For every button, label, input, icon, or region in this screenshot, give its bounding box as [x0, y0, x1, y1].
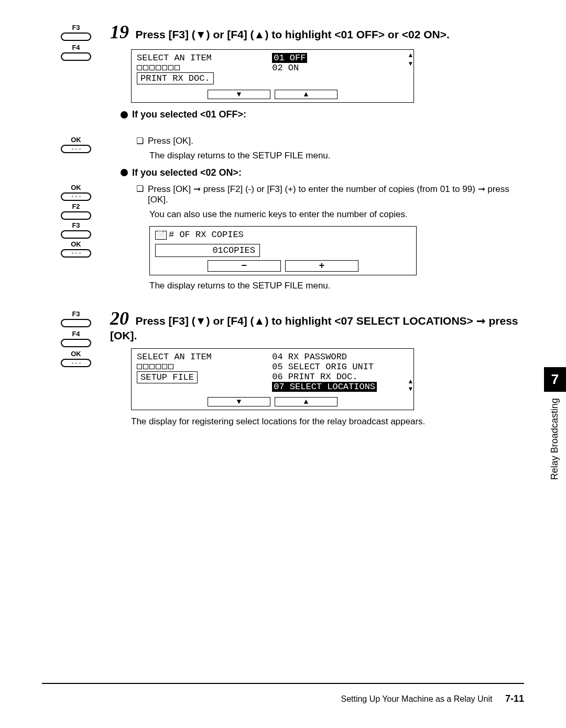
lcd19-scroll-up: ▲	[409, 52, 412, 59]
lcd19-opt1: 01 OFF	[272, 53, 307, 63]
square-icon-2: ❏	[136, 184, 144, 205]
off-bullet: ❏ Press [OK].	[136, 136, 524, 146]
key-f3-label: F3	[58, 24, 94, 31]
lcd-step20: SELECT AN ITEM SETUP FILE ▲ ▼ 04 RX PASS…	[131, 348, 414, 410]
k-ok-2-shape	[61, 249, 91, 258]
lcd20-btn-up: ▲	[275, 397, 338, 406]
sub-on-heading-text: If you selected <02 ON>:	[132, 167, 242, 178]
key-stack-on: OK F2 F3 OK	[42, 184, 110, 258]
lcd20-left-box: SETUP FILE	[137, 371, 198, 383]
on-b1-desc: You can also use the numeric keys to ent…	[149, 208, 524, 221]
lcd19-scroll-down: ▼	[409, 60, 412, 68]
lcd19-btn-down: ▼	[208, 90, 270, 99]
doc-icon: 📄	[155, 231, 167, 240]
step20-desc: The display for registering select locat…	[131, 416, 524, 427]
lcd19-left-box: PRINT RX DOC.	[137, 72, 214, 84]
sub-off-heading: If you selected <01 OFF>:	[121, 109, 524, 120]
lcd20-r4: 07 SELECT LOCATIONS	[272, 382, 377, 392]
step-20-number: 20	[110, 308, 129, 329]
k-ok-1-shape	[61, 192, 91, 201]
on-b1-text: Press [OK] ➞ press [F2] (-) or [F3] (+) …	[148, 184, 524, 205]
lcd20-left-title: SELECT AN ITEM	[137, 352, 262, 362]
k20-ok-shape	[61, 359, 91, 367]
minus-btn: −	[208, 260, 281, 272]
k-f3: F3	[58, 221, 94, 229]
square-icon: ❏	[136, 136, 144, 146]
key-f4-shape	[61, 52, 91, 61]
footer-page: 7-11	[505, 693, 524, 704]
lcd-copies-val: 01COPIES	[155, 244, 260, 257]
k-f2-shape	[61, 211, 91, 220]
page-footer: Setting Up Your Machine as a Relay Unit …	[42, 683, 524, 704]
key-ok-shape	[61, 145, 91, 153]
bullet-icon-2	[121, 169, 128, 176]
lcd19-left-title: SELECT AN ITEM	[137, 53, 262, 63]
k-ok-1: OK	[58, 184, 94, 191]
tab-number: 7	[544, 367, 566, 392]
step-20-title: Press [F3] (▼) or [F4] (▲) to highlight …	[110, 315, 518, 341]
key-stack-20: F3 F4 OK	[42, 307, 110, 427]
k20-f3-shape	[61, 319, 91, 327]
off-b1-desc: The display returns to the SETUP FILE me…	[149, 149, 524, 162]
k-f3-shape	[61, 230, 91, 239]
sub-off-heading-text: If you selected <01 OFF>:	[132, 109, 246, 120]
k20-f4: F4	[58, 330, 94, 338]
step-19-heading: 19 Press [F3] (▼) or [F4] (▲) to highlig…	[110, 21, 524, 43]
key-f4-label: F4	[58, 44, 94, 51]
k-f2: F2	[58, 202, 94, 210]
k20-ok: OK	[58, 350, 94, 358]
lcd19-btn-up: ▲	[275, 90, 338, 99]
key-ok-label: OK	[58, 136, 94, 144]
bullet-icon	[121, 111, 128, 119]
step-20-heading: 20 Press [F3] (▼) or [F4] (▲) to highlig…	[110, 307, 524, 342]
k20-f4-shape	[61, 339, 91, 347]
lcd20-r3: 06 PRINT RX DOC.	[272, 372, 408, 382]
lcd20-r1: 04 RX PASSWORD	[272, 352, 408, 362]
key-stack-19: F3 F4	[42, 21, 110, 125]
lcd-copies-title: # OF RX COPIES	[169, 230, 244, 240]
k-ok-2: OK	[58, 240, 94, 248]
off-b1-text: Press [OK].	[148, 136, 193, 146]
lcd-step19: SELECT AN ITEM PRINT RX DOC. ▲ ▼ 01 OFF …	[131, 49, 414, 103]
side-tab: 7 Relay Broadcasting	[544, 367, 566, 535]
plus-btn: +	[285, 260, 358, 272]
footer-text: Setting Up Your Machine as a Relay Unit	[341, 694, 492, 703]
sub-on-heading: If you selected <02 ON>:	[121, 167, 524, 178]
lcd20-r2: 05 SELECT ORIG UNIT	[272, 362, 408, 372]
k20-f3: F3	[58, 310, 94, 318]
key-f3-shape	[61, 33, 91, 41]
on-bullet: ❏ Press [OK] ➞ press [F2] (-) or [F3] (+…	[136, 184, 524, 205]
lcd20-btn-down: ▼	[208, 397, 270, 406]
tab-label: Relay Broadcasting	[544, 392, 565, 528]
key-f3: F3	[58, 24, 94, 41]
lcd20-scroll-up: ▲	[409, 378, 412, 386]
step-19-title: Press [F3] (▼) or [F4] (▲) to highlight …	[135, 28, 449, 40]
on-b2-desc: The display returns to the SETUP FILE me…	[149, 280, 524, 292]
step-19-number: 19	[110, 22, 129, 42]
lcd-copies: 📄# OF RX COPIES 01COPIES − +	[149, 226, 417, 275]
lcd20-progress	[137, 364, 262, 369]
lcd19-opt2: 02 ON	[272, 63, 408, 73]
lcd20-scroll-down: ▼	[409, 386, 412, 393]
key-ok-off: OK	[42, 136, 110, 153]
key-f4: F4	[58, 44, 94, 61]
lcd19-progress	[137, 65, 262, 70]
